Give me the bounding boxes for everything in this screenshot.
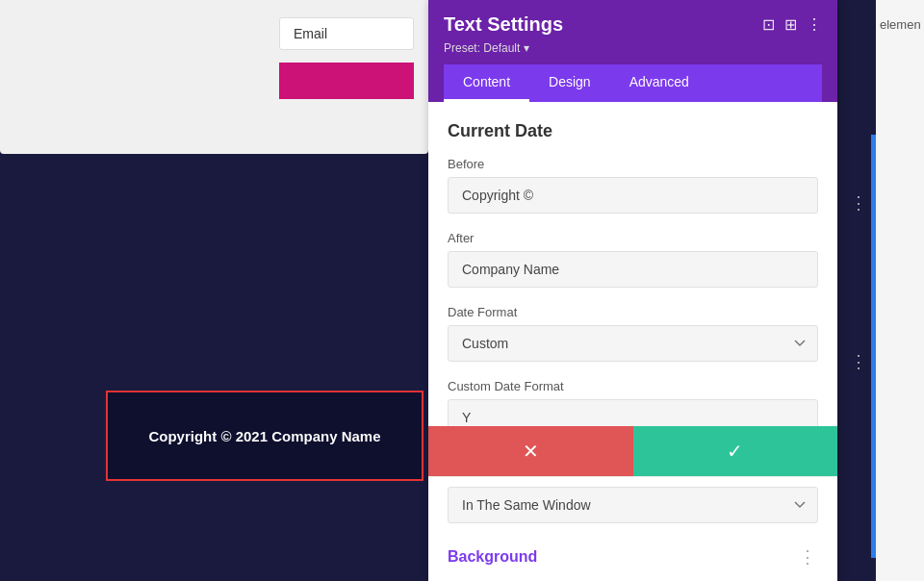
resize-icon[interactable]: ⊡ xyxy=(762,15,775,34)
email-field: Email xyxy=(279,17,414,50)
panel-body: Current Date Before After Date Format Cu… xyxy=(428,102,837,426)
field-group-custom-date: Custom Date Format xyxy=(448,379,818,426)
cancel-icon: ✕ xyxy=(523,440,539,463)
right-stub-text: elemen xyxy=(880,17,921,32)
section-title: Current Date xyxy=(448,121,818,141)
custom-date-label: Custom Date Format xyxy=(448,379,818,393)
copyright-text: Copyright © 2021 Company Name xyxy=(148,428,380,444)
panel-tabs: Content Design Advanced xyxy=(444,64,822,102)
panel-title: Text Settings xyxy=(444,13,563,36)
pink-button[interactable] xyxy=(279,63,414,99)
blue-scrollbar[interactable] xyxy=(871,135,876,558)
panel-header-icons: ⊡ ⊞ ⋮ xyxy=(762,15,822,34)
more-options-icon[interactable]: ⋮ xyxy=(807,15,822,34)
tab-design[interactable]: Design xyxy=(529,64,610,102)
settings-panel: Text Settings ⊡ ⊞ ⋮ Preset: Default ▾ Co… xyxy=(428,0,837,581)
window-target-select[interactable]: In The Same Window New Window xyxy=(448,487,818,523)
tab-content[interactable]: Content xyxy=(444,64,529,102)
action-buttons: ✕ ✓ xyxy=(428,426,837,476)
form-area: Email xyxy=(0,0,428,154)
field-group-before: Before xyxy=(448,157,818,214)
tab-advanced[interactable]: Advanced xyxy=(610,64,708,102)
preset-selector[interactable]: Preset: Default ▾ xyxy=(444,41,822,55)
panel-header-top: Text Settings ⊡ ⊞ ⋮ xyxy=(444,13,822,36)
background-more-icon[interactable]: ⋮ xyxy=(799,546,818,568)
date-format-label: Date Format xyxy=(448,305,818,319)
before-input[interactable] xyxy=(448,177,818,214)
after-input[interactable] xyxy=(448,251,818,288)
cancel-button[interactable]: ✕ xyxy=(428,426,633,476)
field-group-after: After xyxy=(448,231,818,288)
field-group-date-format: Date Format Custom Y-m-d m/d/Y d/m/Y xyxy=(448,305,818,362)
context-menu-icon-1[interactable]: ⋮ xyxy=(850,192,868,214)
confirm-icon: ✓ xyxy=(727,440,743,463)
context-menu-icon-2[interactable]: ⋮ xyxy=(850,351,868,372)
custom-date-input[interactable] xyxy=(448,399,818,426)
before-label: Before xyxy=(448,157,818,171)
background-section: Background ⋮ xyxy=(428,533,837,581)
preset-label: Preset: Default xyxy=(444,41,520,55)
background-section-title: Background xyxy=(448,548,537,566)
right-stub-area: elemen xyxy=(876,0,924,581)
copyright-box: Copyright © 2021 Company Name xyxy=(106,391,424,481)
after-label: After xyxy=(448,231,818,245)
preset-arrow: ▾ xyxy=(524,41,529,55)
bottom-select-wrap: In The Same Window New Window xyxy=(428,476,837,533)
date-format-select[interactable]: Custom Y-m-d m/d/Y d/m/Y xyxy=(448,325,818,362)
panel-header: Text Settings ⊡ ⊞ ⋮ Preset: Default ▾ Co… xyxy=(428,0,837,102)
layout-icon[interactable]: ⊞ xyxy=(784,15,797,34)
confirm-button[interactable]: ✓ xyxy=(633,426,838,476)
